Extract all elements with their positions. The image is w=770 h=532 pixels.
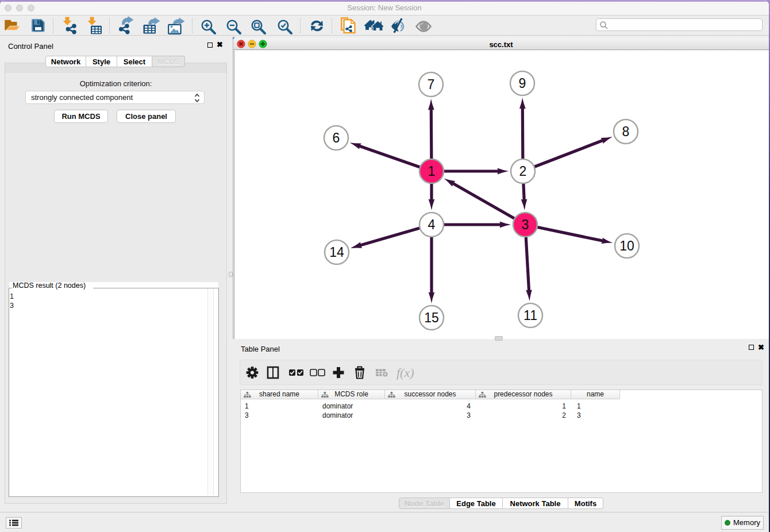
svg-text:15: 15 [424, 310, 439, 325]
svg-text:14: 14 [329, 245, 344, 260]
svg-text:6: 6 [333, 130, 340, 145]
svg-text:1: 1 [428, 164, 436, 179]
svg-text:3: 3 [522, 217, 529, 232]
svg-text:10: 10 [619, 238, 634, 253]
svg-text:f(x): f(x) [396, 365, 414, 380]
svg-text:2: 2 [519, 164, 527, 179]
svg-text:4: 4 [428, 217, 436, 232]
svg-text:7: 7 [428, 77, 435, 92]
svg-text:9: 9 [519, 76, 526, 91]
svg-text:8: 8 [622, 124, 630, 139]
svg-text:11: 11 [523, 308, 537, 323]
